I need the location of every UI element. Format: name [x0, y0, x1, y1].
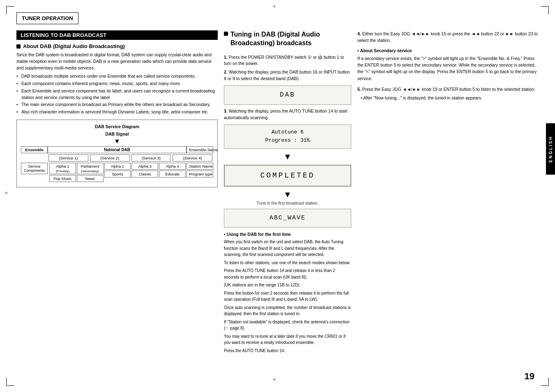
about-dab-header: About DAB (Digital Audio Broadcasting)	[16, 43, 218, 49]
popmusic-box: Pop Music	[49, 175, 76, 182]
bullet-3: Each Ensemble and service component has …	[16, 88, 218, 101]
alpha2-box: Alpha 2	[104, 163, 131, 170]
page-number: 19	[525, 371, 534, 382]
tuning-heading-row: Tuning in DAB (Digital Audio Broadcastin…	[224, 30, 351, 51]
corner-mark-br	[541, 378, 549, 386]
diagram-national-dab: National DAB	[104, 148, 130, 152]
english-tab-label: ENGLISH	[548, 136, 553, 162]
arrow-down-1: ▼	[224, 152, 351, 161]
step3-text: Watching the display, press the AUTO TUN…	[224, 108, 348, 120]
using-dab-body1: When you first switch on the unit and se…	[224, 239, 351, 258]
cross-left	[6, 193, 13, 199]
bullet-2: Each component contains inherent program…	[16, 81, 218, 87]
tuner-operation-box: TUNER OPERATION	[16, 12, 78, 24]
english-tab: ENGLISH	[546, 123, 555, 175]
center-column: Tuning in DAB (Digital Audio Broadcastin…	[224, 30, 351, 355]
using-dab-body4: (UK stations are in the range 11B to 12D…	[224, 282, 351, 288]
diagram-ensemble-box: Ensemble	[21, 146, 48, 153]
step2-text: Watching the display, press the DAB butt…	[224, 69, 350, 81]
station-display: ABC_WAVE	[224, 209, 351, 228]
step4-para: 4. Either turn the Easy JOG ◄◄/►► knob 1…	[357, 30, 539, 44]
tuner-operation-label: TUNER OPERATION	[22, 15, 73, 21]
bullet-4: The main service component is broadcast …	[16, 101, 218, 108]
service4-box: (Service 4)	[173, 154, 212, 161]
step1: 1. Press the POWER ON/STANDBY switch ① o…	[224, 54, 351, 67]
black-square-dab	[16, 44, 21, 48]
corner-mark-bl	[6, 378, 14, 386]
using-dab-body2: To listen to other stations, use one of …	[224, 260, 351, 266]
step4-text: Either turn the Easy JOG ◄◄/►► knob 15 o…	[357, 31, 538, 43]
sports-box: Sports	[104, 171, 131, 178]
completed-display: COMPLETED	[224, 165, 351, 187]
cross-top	[274, 6, 281, 13]
page: ENGLISH 19 TUNER OPERATION LISTENING TO …	[0, 0, 555, 392]
alpha4-box: Alpha 4	[159, 163, 186, 170]
secondary-service-body: If a secondary service exists, the ">" s…	[357, 55, 539, 82]
corner-mark-tr	[541, 6, 549, 14]
about-dab-bullets: DAB broadcasts multiple services under o…	[16, 73, 218, 115]
after-note: • After "Now tuning..." is displayed, th…	[361, 95, 539, 101]
program-type-box: Program type	[187, 171, 213, 178]
using-dab-body6: Once auto scanning is completed, the num…	[224, 304, 351, 317]
right-steps-content: 4. Either turn the Easy JOG ◄◄/►► knob 1…	[357, 30, 539, 101]
black-square-tuning	[224, 32, 228, 36]
service-components-box: Service Components	[21, 163, 48, 174]
using-dab-body9: Press the AUTO TUNE button 14.	[224, 348, 351, 354]
diagram-ensemble-name-box: Ensemble Name	[187, 146, 213, 153]
classic-box: Classic	[131, 171, 158, 178]
using-dab-section: • Using the DAB for the first time When …	[224, 232, 351, 354]
alpha1-box: Alpha 1 (Primary)	[49, 163, 76, 174]
service1-box: (Service 1)	[48, 154, 88, 161]
corner-mark-tl	[6, 6, 14, 14]
cross-bottom	[274, 379, 281, 386]
diagram-top-row: Ensemble National DAB Ensemble Name	[21, 146, 213, 153]
dab-diagram: DAB Service Diagram DAB Signal ▼ Ensembl…	[16, 120, 218, 187]
diagram-signal: DAB Signal	[21, 131, 213, 136]
step5-para: 5. Press the Easy JOG ◄◄/►► knob 19 or E…	[357, 86, 539, 92]
tuning-heading: Tuning in DAB (Digital Audio Broadcastin…	[230, 30, 351, 48]
step1-number: 1.	[224, 55, 228, 60]
step5-number: 5.	[357, 87, 361, 92]
news-box: News	[77, 175, 104, 182]
diagram-bottom-row: Service Components Alpha 1 (Primary) Pop…	[21, 163, 213, 183]
using-dab-body7: If "Station not available" is displayed,…	[224, 319, 351, 332]
alpha3-box: Alpha 3	[131, 163, 158, 170]
secondary-service-title: • About Secondary service	[357, 47, 539, 54]
educate-box: Educate	[159, 171, 186, 178]
using-dab-body8: You may want to re-tune at a later date …	[224, 333, 351, 346]
step4-number: 4.	[357, 31, 361, 36]
service2-box: (Service 2)	[90, 154, 130, 161]
step3: 3. Watching the display, press the AUTO …	[224, 108, 351, 121]
steps-section: 1. Press the POWER ON/STANDBY switch ① o…	[224, 54, 351, 82]
about-dab-title: About DAB (Digital Audio Broadcasting)	[23, 43, 125, 49]
diagram-services-row: (Service 1) (Service 2) (Service 3) (Ser…	[21, 154, 213, 161]
bullet-5: Also rich character information is servi…	[16, 109, 218, 115]
listening-header: LISTENING TO DAB BROADCAST	[16, 30, 218, 40]
parliament-box: Parliament (Secondary)	[77, 163, 104, 174]
progress-display: Autotune 6 Progress : 31%	[224, 125, 351, 149]
tune-note: Tune in the first broadcast station.	[224, 201, 351, 205]
step3-number: 3.	[224, 108, 228, 113]
step2-number: 2.	[224, 69, 228, 74]
dab-display: DAB	[224, 85, 351, 105]
diagram-arrow: ▼	[21, 138, 213, 145]
using-dab-title: • Using the DAB for the first time	[224, 232, 351, 237]
about-dab-body1: Since the DAB system is broadcasted in d…	[16, 52, 218, 71]
left-column: LISTENING TO DAB BROADCAST About DAB (Di…	[16, 30, 218, 355]
service3-box: (Service 3)	[131, 154, 171, 161]
step1-text: Press the POWER ON/STANDBY switch ① or ⏻…	[224, 55, 344, 66]
main-layout: LISTENING TO DAB BROADCAST About DAB (Di…	[16, 30, 539, 355]
step2: 2. Watching the display, press the DAB b…	[224, 69, 351, 82]
using-dab-body5: Press the button for over 2 seconds then…	[224, 290, 351, 303]
right-column: 4. Either turn the Easy JOG ◄◄/►► knob 1…	[357, 30, 539, 355]
arrow-down-2: ▼	[224, 190, 351, 199]
step5-text: Press the Easy JOG ◄◄/►► knob 19 or ENTE…	[362, 87, 536, 92]
station-name-box: Station Name	[187, 163, 213, 170]
using-dab-body3: Press the AUTO TUNE button 14 and releas…	[224, 267, 351, 280]
bullet-1: DAB broadcasts multiple services under o…	[16, 73, 218, 80]
diagram-title: DAB Service Diagram	[21, 124, 213, 129]
